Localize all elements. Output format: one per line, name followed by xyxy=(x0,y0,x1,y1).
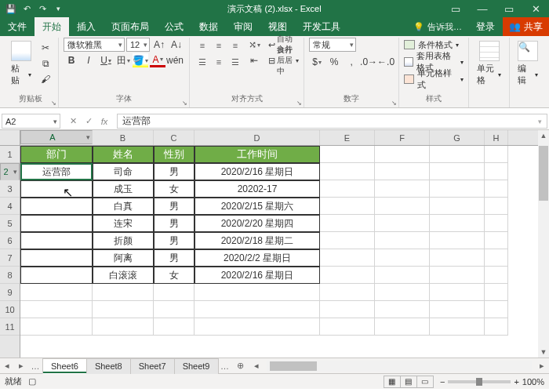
cell[interactable] xyxy=(430,146,485,163)
underline-button[interactable]: U xyxy=(98,53,114,67)
cell[interactable]: 2020/2/20 星期四 xyxy=(195,215,320,232)
font-name-select[interactable]: 微软雅黑 xyxy=(64,38,125,52)
cell[interactable] xyxy=(375,198,430,215)
tell-me[interactable]: 💡告诉我… xyxy=(407,17,468,36)
font-size-select[interactable]: 12 xyxy=(126,38,150,52)
tab-pagelayout[interactable]: 页面布局 xyxy=(104,17,157,36)
enter-formula-icon[interactable]: ✓ xyxy=(81,116,96,126)
italic-button[interactable]: I xyxy=(81,53,96,67)
cell-styles-button[interactable]: 单元格样式▾ xyxy=(404,72,464,86)
align-bottom-icon[interactable]: ≡ xyxy=(227,38,243,53)
cell[interactable] xyxy=(375,284,430,301)
cell[interactable]: 工作时间 xyxy=(195,146,320,163)
cell[interactable] xyxy=(320,146,375,163)
tab-home[interactable]: 开始 xyxy=(35,17,69,36)
grow-font-icon[interactable]: A↑ xyxy=(151,38,167,52)
orientation-icon[interactable]: ⤭ xyxy=(246,38,262,52)
cell[interactable] xyxy=(320,180,375,198)
scroll-thumb[interactable] xyxy=(539,146,548,201)
cell[interactable] xyxy=(430,232,485,249)
cell[interactable] xyxy=(430,180,485,198)
cell[interactable]: 司命 xyxy=(93,163,154,180)
normal-view-icon[interactable]: ▦ xyxy=(384,376,401,388)
number-dialog-launcher[interactable]: ↘ xyxy=(390,99,398,107)
row-header[interactable]: 2 xyxy=(0,163,20,180)
cell[interactable] xyxy=(485,215,508,232)
column-header[interactable]: D xyxy=(195,130,320,145)
paste-button[interactable]: 粘贴▾ xyxy=(8,38,35,86)
redo-icon[interactable]: ↷ xyxy=(36,2,49,15)
align-middle-icon[interactable]: ≡ xyxy=(211,38,227,53)
cell[interactable] xyxy=(375,180,430,198)
tab-insert[interactable]: 插入 xyxy=(69,17,104,36)
editing-button[interactable]: 🔍编辑▾ xyxy=(514,38,541,86)
cell[interactable]: 男 xyxy=(154,198,195,215)
cell[interactable]: 连宋 xyxy=(93,215,154,232)
font-dialog-launcher[interactable]: ↘ xyxy=(180,99,188,107)
page-layout-view-icon[interactable]: ▤ xyxy=(400,376,417,388)
sheet-tab[interactable]: Sheet6 xyxy=(42,358,87,374)
cell[interactable]: 2020/2/16 星期日 xyxy=(195,267,320,284)
align-dialog-launcher[interactable]: ↘ xyxy=(295,99,303,107)
font-color-button[interactable]: A xyxy=(150,53,165,67)
hscroll-right-icon[interactable]: ▸ xyxy=(535,361,549,371)
cell[interactable]: 2020/2/2 星期日 xyxy=(195,249,320,267)
cell[interactable]: 白真 xyxy=(93,198,154,215)
row-header[interactable]: 9 xyxy=(0,284,20,301)
row-header[interactable]: 4 xyxy=(0,198,20,215)
cells-button[interactable]: 单元格▾ xyxy=(474,38,504,86)
bold-button[interactable]: B xyxy=(64,53,79,67)
save-icon[interactable]: 💾 xyxy=(5,2,17,15)
cell[interactable] xyxy=(485,267,508,284)
minimize-button[interactable]: — xyxy=(469,0,496,17)
cell[interactable] xyxy=(375,215,430,232)
insert-function-icon[interactable]: fx xyxy=(96,117,112,126)
select-all-corner[interactable] xyxy=(0,130,20,146)
cell[interactable] xyxy=(485,318,508,336)
cell[interactable]: 2020/2/18 星期二 xyxy=(195,232,320,249)
cell[interactable]: 男 xyxy=(154,249,195,267)
cell[interactable] xyxy=(20,267,93,284)
cell[interactable]: 女 xyxy=(154,267,195,284)
cell[interactable] xyxy=(430,318,485,336)
cell[interactable]: 性别 xyxy=(154,146,195,163)
cell[interactable] xyxy=(485,163,508,180)
cell[interactable] xyxy=(485,198,508,215)
cell[interactable] xyxy=(20,198,93,215)
comma-format-icon[interactable]: , xyxy=(344,55,359,69)
cell[interactable] xyxy=(20,215,93,232)
cell[interactable] xyxy=(485,249,508,267)
cell[interactable] xyxy=(195,318,320,336)
new-sheet-button[interactable]: ⊕ xyxy=(232,361,249,371)
cell[interactable] xyxy=(375,301,430,318)
formula-input[interactable]: 运营部 xyxy=(117,114,547,129)
cell[interactable] xyxy=(320,249,375,267)
cell[interactable]: 男 xyxy=(154,215,195,232)
cell[interactable] xyxy=(195,284,320,301)
macro-record-icon[interactable]: ▢ xyxy=(28,376,36,387)
page-break-view-icon[interactable]: ▭ xyxy=(416,376,434,388)
horizontal-scrollbar[interactable] xyxy=(267,361,533,372)
zoom-out-button[interactable]: − xyxy=(440,377,445,387)
row-header[interactable]: 1 xyxy=(0,146,20,163)
cell[interactable]: 2020/2/15 星期六 xyxy=(195,198,320,215)
indent-decrease-icon[interactable]: ⇤ xyxy=(246,53,262,67)
decrease-decimal-icon[interactable]: ←.0 xyxy=(378,55,394,69)
cell[interactable] xyxy=(20,249,93,267)
column-header[interactable]: B xyxy=(93,130,154,145)
cell[interactable]: 20202-17 xyxy=(195,180,320,198)
cell[interactable]: 2020/2/16 星期日 xyxy=(195,163,320,180)
tab-data[interactable]: 数据 xyxy=(191,17,226,36)
cell[interactable]: 女 xyxy=(154,180,195,198)
cell[interactable] xyxy=(320,284,375,301)
align-right-icon[interactable]: ☰ xyxy=(227,54,243,70)
cell[interactable]: 部门 xyxy=(20,146,93,163)
cell[interactable] xyxy=(375,249,430,267)
number-format-select[interactable]: 常规 xyxy=(309,38,356,52)
cell[interactable] xyxy=(320,232,375,249)
cell[interactable]: 成玉 xyxy=(93,180,154,198)
cell[interactable] xyxy=(430,301,485,318)
scroll-thumb[interactable] xyxy=(270,361,317,371)
cell[interactable] xyxy=(485,284,508,301)
qat-more-icon[interactable]: ▾ xyxy=(52,2,64,15)
